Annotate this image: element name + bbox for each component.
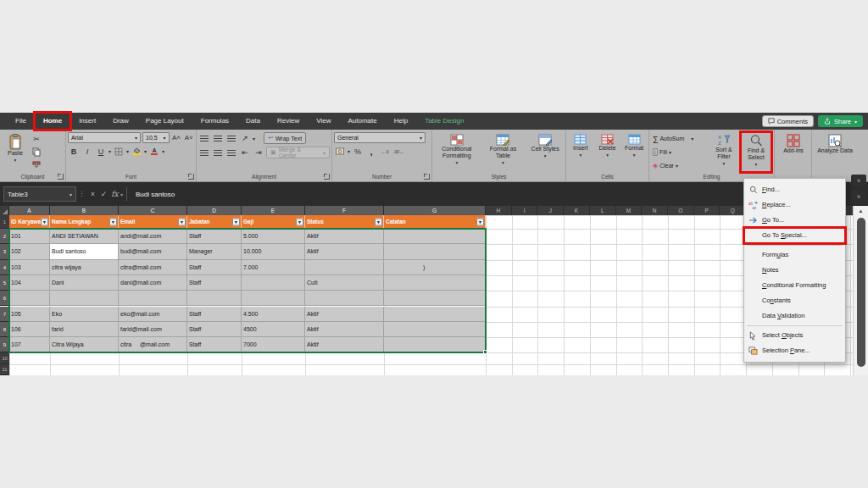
tab-page-layout[interactable]: Page Layout <box>137 113 192 130</box>
clear-button[interactable]: ◈Clear▾ <box>653 160 678 171</box>
table-header-cell-status[interactable]: Status▾ <box>305 215 384 229</box>
comments-button[interactable]: Comments <box>762 115 814 127</box>
row-header-5[interactable]: 5 <box>0 275 9 291</box>
align-right-button[interactable] <box>225 147 237 158</box>
cell-B8[interactable]: farid <box>50 322 119 337</box>
cell-B2[interactable]: ANDI SETIAWAN <box>50 229 119 244</box>
insert-cells-button[interactable]: Insert▾ <box>568 132 593 172</box>
decrease-decimal-button[interactable]: .00→ <box>392 146 404 157</box>
cell-B4[interactable]: citra wijaya <box>50 260 119 275</box>
cell-F9[interactable]: Aktif <box>305 337 384 352</box>
cell-B6[interactable] <box>50 291 119 306</box>
column-header-A[interactable]: A <box>9 206 50 215</box>
merge-center-button[interactable]: ▣Merge & Center▾ <box>266 147 330 158</box>
cell-B9[interactable]: Citra Wijaya <box>50 337 119 352</box>
accounting-chevron-icon[interactable]: ▾ <box>348 148 350 154</box>
number-format-select[interactable]: General▾ <box>334 132 426 143</box>
conditional-formatting-button[interactable]: Conditional Formatting▾ <box>436 132 478 172</box>
cell-D2[interactable]: Staff <box>187 229 242 244</box>
cell-G4[interactable]: ) <box>384 260 486 275</box>
filter-dropdown-icon[interactable]: ▾ <box>41 218 48 225</box>
autosum-button[interactable]: ∑AutoSum▾ <box>653 133 693 144</box>
column-header-O[interactable]: O <box>668 206 694 215</box>
row-header-4[interactable]: 4 <box>0 260 9 275</box>
tab-view[interactable]: View <box>308 113 339 130</box>
column-header-J[interactable]: J <box>537 206 564 215</box>
expand-formula-bar-button[interactable]: ˅ <box>851 191 866 203</box>
cell-D9[interactable]: Staff <box>187 337 242 352</box>
row-header-3[interactable]: 3 <box>0 244 9 259</box>
column-header-D[interactable]: D <box>187 206 242 215</box>
wrap-text-button[interactable]: ↩Wrap Text <box>264 132 306 144</box>
cell-F7[interactable]: Aktif <box>305 307 384 322</box>
cell-F2[interactable]: Aktif <box>305 229 384 244</box>
increase-decimal-button[interactable]: ←.0 <box>379 146 391 157</box>
table-header-cell-catatan[interactable]: Catatan▾ <box>384 215 486 229</box>
row-header-7[interactable]: 7 <box>0 307 9 322</box>
cell-C8[interactable]: farid@mail.com <box>119 322 187 337</box>
menu-item-go-to-special[interactable]: Go To Special... <box>744 228 845 243</box>
cell-C5[interactable]: dani@mail.com <box>119 275 187 291</box>
cell-G5[interactable] <box>384 275 486 291</box>
format-as-table-button[interactable]: Format as Table▾ <box>482 132 523 172</box>
decrease-indent-button[interactable]: ⇤ <box>239 147 251 158</box>
fill-color-chevron-icon[interactable]: ▾ <box>144 148 147 154</box>
italic-button[interactable]: I <box>81 146 93 157</box>
copy-button[interactable] <box>31 147 42 158</box>
cell-E4[interactable]: 7.000 <box>242 260 305 275</box>
increase-font-size-button[interactable]: A˄ <box>171 132 182 143</box>
cell-D4[interactable]: Staff <box>187 260 242 275</box>
table-header-cell-email[interactable]: Email▾ <box>119 215 187 229</box>
cell-G3[interactable] <box>384 244 486 259</box>
align-middle-button[interactable] <box>212 133 224 144</box>
insert-function-button[interactable]: fx <box>109 190 120 198</box>
table-header-cell-jabatan[interactable]: Jabatan▾ <box>187 215 242 229</box>
align-bottom-button[interactable] <box>225 133 237 144</box>
select-all-corner[interactable] <box>0 206 9 215</box>
menu-item-formulas[interactable]: Formulas <box>744 247 845 263</box>
underline-button[interactable]: U <box>95 146 107 157</box>
cell-F5[interactable]: Cuti <box>305 275 384 291</box>
column-header-E[interactable]: E <box>242 206 305 215</box>
cell-G2[interactable] <box>384 229 486 244</box>
column-header-K[interactable]: K <box>564 206 590 215</box>
vertical-scrollbar[interactable]: ▲ <box>853 206 868 375</box>
cancel-entry-button[interactable]: × <box>87 190 98 198</box>
cell-C6[interactable] <box>119 291 187 306</box>
menu-item-replace[interactable]: abacReplace... <box>744 197 845 213</box>
increase-indent-button[interactable]: ⇥ <box>253 147 264 158</box>
filter-dropdown-icon[interactable]: ▾ <box>476 218 484 225</box>
menu-item-go-to[interactable]: Go To... <box>744 213 845 228</box>
align-left-button[interactable] <box>198 147 210 158</box>
filter-dropdown-icon[interactable]: ▾ <box>375 218 382 225</box>
table-header-cell-gaji[interactable]: Gaji▾ <box>242 215 305 229</box>
column-header-B[interactable]: B <box>50 206 119 215</box>
font-name-select[interactable]: Arial▾ <box>68 132 141 143</box>
cell-G6[interactable] <box>384 291 486 306</box>
menu-item-constants[interactable]: Constants <box>744 293 845 308</box>
cell-E2[interactable]: 5.000 <box>242 229 305 244</box>
paste-button[interactable]: Paste ▾ <box>2 132 29 172</box>
cell-B3[interactable]: Budi santoso <box>50 244 119 259</box>
orientation-button[interactable]: ↗ <box>239 133 251 144</box>
table-header-cell-nama-lengkap[interactable]: Nama Lengkap▾ <box>50 215 119 229</box>
format-cells-button[interactable]: Format▾ <box>621 132 647 172</box>
collapse-ribbon-button[interactable]: ˅ <box>851 175 866 186</box>
menu-item-conditional-formatting[interactable]: Conditional Formatting <box>744 278 845 293</box>
tab-table-design[interactable]: Table Design <box>416 113 472 130</box>
name-box[interactable]: Table3▾ <box>3 186 76 202</box>
delete-cells-button[interactable]: Delete▾ <box>595 132 620 172</box>
cell-C7[interactable]: eko@mail.com <box>119 307 187 322</box>
cut-button[interactable]: ✂ <box>31 133 42 144</box>
number-dialog-launcher-icon[interactable] <box>424 174 430 180</box>
filter-dropdown-icon[interactable]: ▾ <box>178 218 186 225</box>
tab-formulas[interactable]: Formulas <box>192 113 237 130</box>
cell-G9[interactable] <box>384 337 486 352</box>
row-header-1[interactable]: 1 <box>0 215 9 229</box>
column-header-Q[interactable]: Q <box>720 206 746 215</box>
menu-item-notes[interactable]: Notes <box>744 263 845 278</box>
column-header-F[interactable]: F <box>305 206 384 215</box>
align-top-button[interactable] <box>198 133 210 144</box>
cell-E8[interactable]: 4500 <box>242 322 305 337</box>
cell-E9[interactable]: 7000 <box>242 337 305 352</box>
